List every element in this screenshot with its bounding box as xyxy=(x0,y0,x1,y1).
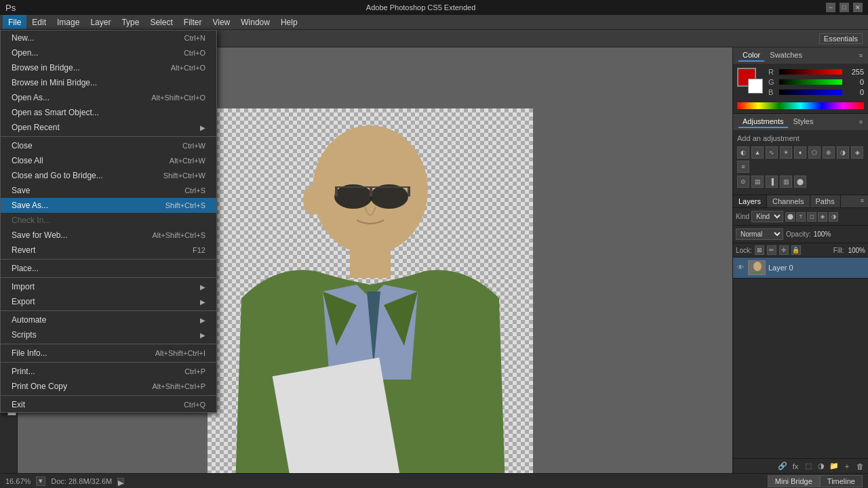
layer-mask-btn[interactable]: ⬚ xyxy=(803,461,814,472)
menu-close-go-bridge[interactable]: Close and Go to Bridge... Shift+Ctrl+W xyxy=(1,168,216,183)
filter-shape[interactable]: ◻ xyxy=(807,212,816,222)
minimize-button[interactable]: – xyxy=(826,3,835,12)
menu-exit[interactable]: Exit Ctrl+Q xyxy=(1,397,216,412)
color-panel-collapse[interactable]: ≡ xyxy=(859,52,863,59)
menu-open[interactable]: Open... Ctrl+O xyxy=(1,45,216,60)
adj-exposure[interactable]: ☀ xyxy=(780,146,792,159)
adj-photo-filter[interactable]: ◈ xyxy=(851,146,863,159)
filter-pixel[interactable]: ⬤ xyxy=(785,212,795,222)
menu-image[interactable]: Image xyxy=(52,15,85,29)
menu-close-all[interactable]: Close All Alt+Ctrl+W xyxy=(1,153,216,168)
lock-transparent-btn[interactable]: ⊠ xyxy=(755,245,764,255)
menu-window[interactable]: Window xyxy=(235,15,275,29)
adj-threshold[interactable]: ▐ xyxy=(766,176,778,188)
adj-gradient-map[interactable]: ▥ xyxy=(780,176,792,188)
adj-hsl[interactable]: ⬡ xyxy=(808,146,821,159)
menu-print-one[interactable]: Print One Copy Alt+Shift+Ctrl+P xyxy=(1,379,216,394)
adj-posterize[interactable]: ▤ xyxy=(751,176,764,188)
menu-revert-shortcut: F12 xyxy=(193,246,205,254)
filter-smart[interactable]: ◈ xyxy=(818,212,827,222)
layer-fx-btn[interactable]: fx xyxy=(790,461,801,472)
maximize-button[interactable]: □ xyxy=(840,3,849,12)
menu-edit[interactable]: Edit xyxy=(26,15,52,29)
layer-adj-btn[interactable]: ◑ xyxy=(816,461,827,472)
adj-selective-color[interactable]: ⬤ xyxy=(794,176,806,188)
menu-new[interactable]: New... Ctrl+N xyxy=(1,30,216,45)
menu-select[interactable]: Select xyxy=(144,15,178,29)
blue-slider[interactable] xyxy=(779,89,842,95)
layers-panel-menu[interactable]: ≡ xyxy=(856,195,868,207)
menu-file[interactable]: File xyxy=(3,15,26,29)
layer-visibility-icon[interactable]: 👁 xyxy=(736,263,745,272)
menu-scripts[interactable]: Scripts ▶ xyxy=(1,327,216,342)
menu-browse-mini-bridge[interactable]: Browse in Mini Bridge... xyxy=(1,75,216,90)
layer-group-btn[interactable]: 📁 xyxy=(829,461,840,472)
workspace-selector[interactable]: Essentials xyxy=(819,33,863,44)
adj-panel-collapse[interactable]: ≡ xyxy=(859,119,863,125)
fill-value[interactable]: 100% xyxy=(848,247,865,254)
layer-link-btn[interactable]: 🔗 xyxy=(777,461,788,472)
adj-levels[interactable]: ▲ xyxy=(751,146,764,159)
menu-type[interactable]: Type xyxy=(116,15,144,29)
menu-file-info[interactable]: File Info... Alt+Shift+Ctrl+I xyxy=(1,346,216,361)
menu-help[interactable]: Help xyxy=(275,15,303,29)
menu-export[interactable]: Export ▶ xyxy=(1,294,216,309)
menu-browse-mini-bridge-label: Browse in Mini Bridge... xyxy=(12,78,97,87)
filter-toggle[interactable]: ◑ xyxy=(829,212,838,222)
menu-browse-bridge[interactable]: Browse in Bridge... Alt+Ctrl+O xyxy=(1,60,216,75)
menu-close[interactable]: Close Ctrl+W xyxy=(1,138,216,153)
layer-item[interactable]: 👁 Layer 0 xyxy=(733,258,868,279)
tab-styles[interactable]: Styles xyxy=(789,116,818,128)
tab-paths[interactable]: Paths xyxy=(810,195,841,207)
menu-open-as[interactable]: Open As... Alt+Shift+Ctrl+O xyxy=(1,90,216,105)
menu-open-smart[interactable]: Open as Smart Object... xyxy=(1,105,216,120)
adj-color-balance[interactable]: ⊕ xyxy=(823,146,835,159)
menu-place[interactable]: Place... xyxy=(1,261,216,276)
lock-pixels-btn[interactable]: ✏ xyxy=(767,245,776,255)
close-button[interactable]: ✕ xyxy=(853,3,863,12)
tab-mini-bridge[interactable]: Mini Bridge xyxy=(768,475,820,487)
menu-view[interactable]: View xyxy=(207,15,235,29)
menu-revert[interactable]: Revert F12 xyxy=(1,243,216,258)
adj-channel-mixer[interactable]: ≡ xyxy=(737,161,749,173)
menu-print[interactable]: Print... Ctrl+P xyxy=(1,364,216,379)
zoom-options-btn[interactable]: ▾ xyxy=(36,476,45,486)
adj-brightness[interactable]: ◐ xyxy=(737,146,749,159)
menu-filter[interactable]: Filter xyxy=(178,15,208,29)
lock-position-btn[interactable]: ✛ xyxy=(779,245,789,255)
layer-new-btn[interactable]: + xyxy=(842,461,852,472)
tab-channels[interactable]: Channels xyxy=(767,195,810,207)
menu-save-web[interactable]: Save for Web... Alt+Shift+Ctrl+S xyxy=(1,228,216,243)
adj-panel-body: Add an adjustment ◐ ▲ ∿ ☀ ♦ ⬡ ⊕ ◑ ◈ ≡ ⊝ … xyxy=(733,130,868,195)
adj-black-white[interactable]: ◑ xyxy=(837,146,849,159)
adj-vibrance[interactable]: ♦ xyxy=(794,146,806,159)
opacity-value[interactable]: 100% xyxy=(814,230,831,238)
tab-swatches[interactable]: Swatches xyxy=(766,49,806,62)
menu-save[interactable]: Save Ctrl+S xyxy=(1,183,216,198)
blend-mode-select[interactable]: Normal xyxy=(736,228,783,240)
background-swatch[interactable] xyxy=(748,79,763,94)
color-spectrum-bar[interactable] xyxy=(737,102,864,109)
green-slider[interactable] xyxy=(779,79,842,85)
svg-point-3 xyxy=(370,184,408,209)
menu-layer[interactable]: Layer xyxy=(85,15,116,29)
adj-invert[interactable]: ⊝ xyxy=(737,176,749,188)
tab-color[interactable]: Color xyxy=(738,49,764,62)
menu-automate[interactable]: Automate ▶ xyxy=(1,312,216,327)
adj-curves[interactable]: ∿ xyxy=(766,146,778,159)
lock-all-btn[interactable]: 🔒 xyxy=(791,245,801,255)
filter-type[interactable]: T xyxy=(796,212,806,222)
status-options-btn[interactable]: ▶ xyxy=(117,478,124,485)
color-sliders: R 255 G 0 B 0 xyxy=(768,68,864,98)
tab-timeline[interactable]: Timeline xyxy=(820,475,863,487)
color-swatches-fg-bg[interactable] xyxy=(737,68,763,94)
tab-adjustments[interactable]: Adjustments xyxy=(738,116,788,128)
menu-save-as[interactable]: Save As... Shift+Ctrl+S xyxy=(1,198,216,213)
menu-open-recent[interactable]: Open Recent ▶ xyxy=(1,120,216,135)
menu-import[interactable]: Import ▶ xyxy=(1,279,216,294)
tab-layers[interactable]: Layers xyxy=(733,195,767,207)
red-slider[interactable] xyxy=(779,69,842,75)
layer-kind-select[interactable]: Kind xyxy=(751,211,783,222)
blue-value: 0 xyxy=(845,88,864,96)
layer-delete-btn[interactable]: 🗑 xyxy=(854,461,865,472)
